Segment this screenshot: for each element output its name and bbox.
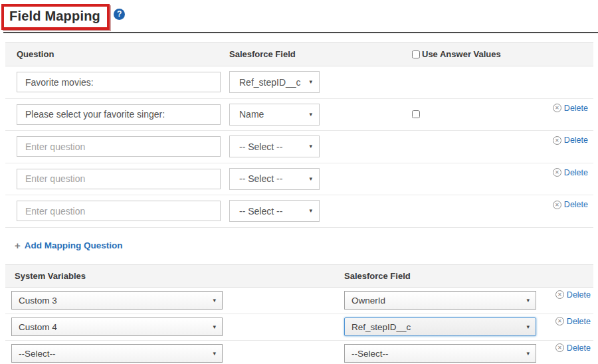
question-input[interactable] bbox=[17, 201, 221, 221]
question-input[interactable] bbox=[17, 169, 221, 189]
salesforce-field-select-value: OwnerId bbox=[351, 296, 385, 306]
delete-row-button[interactable]: ✕Delete bbox=[553, 104, 588, 113]
column-header-question: Question bbox=[5, 49, 229, 59]
use-answer-value-checkbox[interactable] bbox=[412, 110, 420, 118]
plus-icon: + bbox=[15, 240, 21, 251]
system-variable-row: Custom 4▾Ref_stepID__c▾✕Delete bbox=[5, 314, 593, 341]
use-answer-values-header-checkbox[interactable] bbox=[412, 50, 420, 58]
delete-label: Delete bbox=[564, 168, 588, 177]
page-title: Field Mapping bbox=[9, 9, 100, 23]
salesforce-field-select[interactable]: Ref_stepID__c▾ bbox=[229, 71, 320, 93]
title-divider bbox=[3, 32, 598, 33]
question-table-header: Question Salesforce Field Use Answer Val… bbox=[5, 42, 593, 66]
chevron-down-icon: ▾ bbox=[309, 79, 312, 85]
delete-row-button[interactable]: ✕Delete bbox=[553, 200, 588, 209]
question-row: Ref_stepID__c▾ bbox=[5, 66, 593, 99]
delete-circle-x-icon: ✕ bbox=[553, 104, 561, 112]
system-table-header: System Variables Salesforce Field bbox=[5, 264, 593, 288]
salesforce-field-select-value: -- Select -- bbox=[239, 141, 282, 152]
salesforce-field-select-value: Ref_stepID__c bbox=[239, 77, 301, 88]
question-table-rows: Ref_stepID__c▾Name▾✕Delete-- Select --▾✕… bbox=[5, 66, 593, 228]
chevron-down-icon: ▾ bbox=[213, 324, 216, 330]
system-variable-select[interactable]: --Select--▾ bbox=[11, 344, 223, 363]
delete-row-button[interactable]: ✕Delete bbox=[555, 343, 591, 353]
question-input[interactable] bbox=[17, 136, 221, 157]
system-variable-row: --Select--▾--Select--▾✕Delete bbox=[5, 341, 593, 364]
delete-circle-x-icon: ✕ bbox=[555, 290, 564, 299]
delete-row-button[interactable]: ✕Delete bbox=[553, 136, 588, 145]
delete-label: Delete bbox=[567, 317, 591, 326]
salesforce-field-select[interactable]: -- Select --▾ bbox=[229, 136, 320, 157]
question-input[interactable] bbox=[17, 72, 221, 92]
title-bar: Field Mapping? bbox=[0, 0, 598, 31]
delete-circle-x-icon: ✕ bbox=[553, 201, 561, 209]
chevron-down-icon: ▾ bbox=[526, 324, 530, 330]
salesforce-field-select[interactable]: Ref_stepID__c▾ bbox=[344, 318, 536, 336]
delete-label: Delete bbox=[567, 290, 591, 300]
delete-row-button[interactable]: ✕Delete bbox=[555, 290, 591, 300]
question-row: Name▾✕Delete bbox=[5, 99, 593, 132]
question-row: -- Select --▾✕Delete bbox=[5, 163, 593, 196]
delete-label: Delete bbox=[564, 200, 588, 209]
chevron-down-icon: ▾ bbox=[309, 176, 312, 182]
question-input[interactable] bbox=[17, 104, 221, 125]
system-variable-row: Custom 3▾OwnerId▾✕Delete bbox=[5, 288, 593, 314]
question-row: -- Select --▾✕Delete bbox=[5, 131, 593, 163]
chevron-down-icon: ▾ bbox=[309, 112, 312, 118]
chevron-down-icon: ▾ bbox=[309, 208, 312, 214]
system-variables-table: System Variables Salesforce Field Custom… bbox=[5, 264, 593, 364]
system-variable-select[interactable]: Custom 4▾ bbox=[11, 318, 223, 336]
chevron-down-icon: ▾ bbox=[526, 298, 530, 304]
system-table-rows: Custom 3▾OwnerId▾✕DeleteCustom 4▾Ref_ste… bbox=[5, 288, 593, 364]
column-header-use-answer-values: Use Answer Values bbox=[412, 49, 501, 59]
salesforce-field-select-value: -- Select -- bbox=[239, 173, 282, 184]
salesforce-field-select[interactable]: OwnerId▾ bbox=[344, 291, 536, 310]
column-header-salesforce-field-2: Salesforce Field bbox=[344, 271, 411, 281]
system-variable-select-value: Custom 4 bbox=[19, 322, 57, 332]
salesforce-field-select-value: Name bbox=[239, 109, 264, 120]
salesforce-field-select[interactable]: Name▾ bbox=[229, 104, 320, 126]
use-answer-values-label: Use Answer Values bbox=[422, 49, 501, 59]
salesforce-field-select-value: Ref_stepID__c bbox=[351, 322, 411, 332]
delete-circle-x-icon: ✕ bbox=[553, 136, 561, 145]
question-mapping-table: Question Salesforce Field Use Answer Val… bbox=[5, 42, 593, 228]
chevron-down-icon: ▾ bbox=[309, 143, 312, 149]
chevron-down-icon: ▾ bbox=[213, 351, 216, 357]
question-row: -- Select --▾✕Delete bbox=[5, 195, 593, 228]
system-variable-select[interactable]: Custom 3▾ bbox=[11, 291, 223, 310]
delete-label: Delete bbox=[564, 104, 588, 113]
add-mapping-question-link[interactable]: + Add Mapping Question bbox=[15, 240, 123, 251]
delete-label: Delete bbox=[564, 136, 588, 145]
salesforce-field-select[interactable]: -- Select --▾ bbox=[229, 168, 320, 190]
delete-circle-x-icon: ✕ bbox=[555, 317, 564, 325]
salesforce-field-select-value: -- Select -- bbox=[239, 206, 282, 217]
column-header-system-variables: System Variables bbox=[5, 271, 344, 281]
add-mapping-question-label: Add Mapping Question bbox=[25, 240, 123, 250]
chevron-down-icon: ▾ bbox=[213, 298, 216, 304]
help-icon[interactable]: ? bbox=[114, 9, 125, 20]
column-header-salesforce-field: Salesforce Field bbox=[229, 49, 412, 59]
system-variable-select-value: Custom 3 bbox=[19, 296, 57, 306]
salesforce-field-select-value: --Select-- bbox=[351, 349, 389, 359]
delete-label: Delete bbox=[567, 343, 591, 353]
delete-circle-x-icon: ✕ bbox=[553, 168, 561, 177]
title-annotation-box: Field Mapping bbox=[1, 4, 110, 30]
salesforce-field-select[interactable]: --Select--▾ bbox=[344, 344, 536, 363]
delete-row-button[interactable]: ✕Delete bbox=[553, 168, 588, 177]
system-variable-select-value: --Select-- bbox=[19, 349, 56, 359]
delete-row-button[interactable]: ✕Delete bbox=[555, 317, 591, 326]
delete-circle-x-icon: ✕ bbox=[555, 343, 564, 352]
salesforce-field-select[interactable]: -- Select --▾ bbox=[229, 200, 320, 222]
chevron-down-icon: ▾ bbox=[526, 351, 530, 357]
